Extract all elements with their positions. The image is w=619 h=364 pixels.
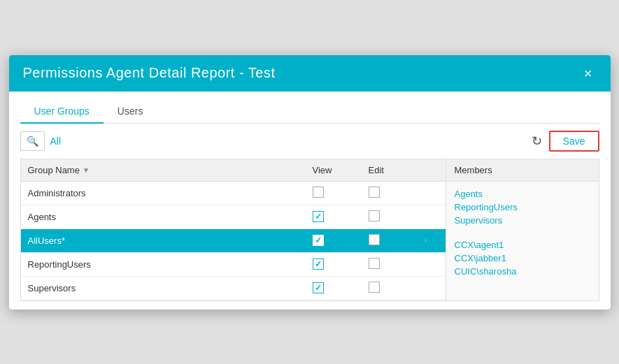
search-button[interactable]: 🔍 [20,131,45,151]
member-group: Agents ReportingUsers Supervisors [455,187,590,227]
member-item: Agents [455,187,590,201]
col-edit: Edit [369,165,425,175]
save-button[interactable]: Save [549,131,599,152]
member-item: CUIC\sharosha [455,265,590,278]
toolbar: 🔍 All ↻ Save [20,131,599,152]
col-view: View [313,165,369,175]
refresh-button[interactable]: ↻ [532,133,542,149]
table-row[interactable]: Supervisors [21,277,446,300]
members-content: Agents ReportingUsers Supervisors CCX\ag… [446,182,599,291]
members-header: Members [446,159,599,182]
member-item: Supervisors [455,214,590,227]
modal-body: User Groups Users 🔍 All ↻ Save [9,92,611,310]
sort-icon: ▼ [83,166,90,174]
edit-checkbox[interactable] [369,258,425,271]
tabs-container: User Groups Users [20,100,599,124]
member-item: CCX\agent1 [455,238,590,252]
row-name: AllUsers* [28,235,313,246]
member-item: CCX\jabber1 [455,252,590,265]
toolbar-right: ↻ Save [532,131,599,152]
modal-header: Permissions Agent Detail Report - Test × [9,55,611,92]
edit-checkbox[interactable] [369,210,425,224]
search-icon: 🔍 [27,136,38,147]
filter-label: All [50,136,62,147]
modal: Permissions Agent Detail Report - Test ×… [9,55,611,310]
right-panel: Members Agents ReportingUsers Supervisor… [446,159,599,301]
row-name: Administrators [28,188,313,198]
col-group-name: Group Name ▼ [28,165,313,175]
close-button[interactable]: × [580,65,597,82]
tab-user-groups[interactable]: User Groups [20,100,104,124]
view-checkbox[interactable] [313,211,369,222]
edit-checkbox[interactable] [369,234,425,247]
view-checkbox[interactable] [313,282,369,293]
table-header: Group Name ▼ View Edit [21,159,446,182]
table-row[interactable]: Agents [21,205,446,229]
modal-title: Permissions Agent Detail Report - Test [23,65,276,81]
row-name: Supervisors [28,283,313,293]
table-row[interactable]: Administrators [21,182,446,205]
view-checkbox[interactable] [313,259,369,270]
table-row[interactable]: ReportingUsers [21,253,446,277]
row-name: Agents [28,212,313,222]
member-item: ReportingUsers [455,201,590,214]
tab-users[interactable]: Users [104,100,157,124]
row-name: ReportingUsers [28,259,313,270]
edit-checkbox[interactable] [369,187,425,200]
edit-checkbox[interactable] [369,282,425,295]
member-group: CCX\agent1 CCX\jabber1 CUIC\sharosha [455,238,590,278]
toolbar-left: 🔍 All [20,131,62,151]
left-panel: Group Name ▼ View Edit Administrators A [20,159,446,301]
view-checkbox[interactable] [313,235,369,246]
table-row-selected[interactable]: AllUsers* › [21,229,446,253]
row-arrow: › [425,235,439,245]
view-checkbox[interactable] [313,187,369,200]
content-area: Group Name ▼ View Edit Administrators A [20,159,599,301]
